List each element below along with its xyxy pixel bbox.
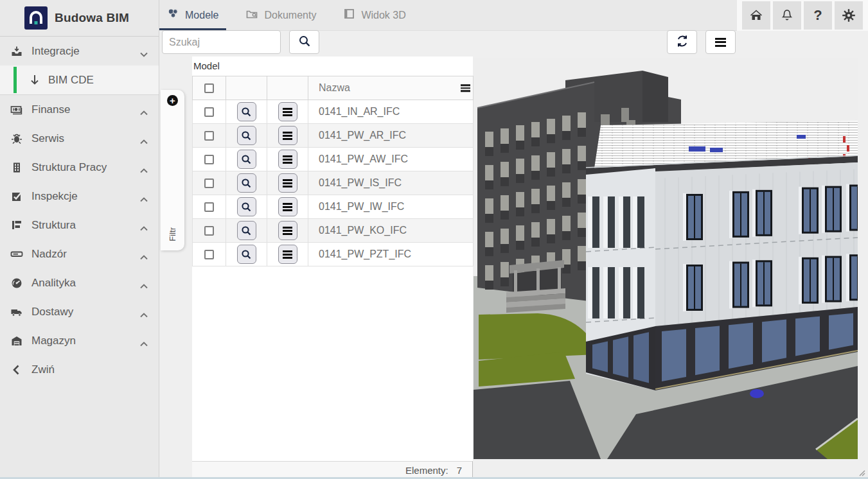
sidebar-item-label: Inspekcje [31, 190, 78, 203]
sidebar-item-magazyn[interactable]: Magazyn [0, 326, 159, 355]
home-icon [748, 8, 764, 23]
zoom-to-model-button[interactable] [237, 221, 256, 240]
sidebar-item-finanse[interactable]: Finanse [0, 95, 159, 124]
table-row: 0141_PW_KO_IFC [193, 219, 474, 243]
menu-icon [283, 132, 292, 140]
bell-icon [779, 8, 795, 23]
sidebar-item-zwi-[interactable]: Zwiń [0, 355, 159, 384]
select-all-checkbox[interactable] [204, 83, 214, 93]
integrations-icon [10, 45, 23, 58]
table-row: 0141_PW_AW_IFC [193, 148, 474, 171]
model-name: 0141_PW_AR_IFC [308, 124, 474, 148]
sidebar-item-label: BIM CDE [48, 74, 94, 87]
model-name: 0141_PW_PZT_IFC [308, 243, 474, 266]
sidebar-item-analityka[interactable]: Analityka [0, 268, 159, 297]
zoom-to-model-button[interactable] [237, 245, 256, 264]
sidebar-item-nadz-r[interactable]: Nadzór [0, 240, 159, 268]
row-checkbox[interactable] [204, 250, 214, 259]
column-menu-icon[interactable] [461, 84, 470, 92]
magnifier-icon [240, 201, 252, 213]
zoom-to-model-button[interactable] [237, 126, 256, 145]
sidebar-header: Budowa BIM [0, 0, 159, 37]
models-table: Nazwa 0141_IN_AR_IFC0141_PW_AR_IFC0141_P… [192, 76, 474, 266]
supervision-icon [10, 248, 23, 261]
notifications-button[interactable] [773, 1, 801, 30]
menu-icon [283, 250, 292, 259]
row-checkbox[interactable] [204, 107, 214, 117]
scene-entrance [506, 260, 565, 313]
search-input[interactable] [162, 30, 281, 54]
view-menu-button[interactable] [705, 30, 736, 54]
zoom-to-model-button[interactable] [237, 197, 256, 216]
scene-white-building [586, 155, 858, 390]
model-menu-button[interactable] [278, 245, 297, 264]
model-name: 0141_PW_KO_IFC [308, 219, 474, 243]
sidebar-item-struktura[interactable]: Struktura [0, 211, 159, 240]
sidebar-item-serwis[interactable]: Serwis [0, 124, 159, 153]
inspections-icon [10, 190, 23, 203]
view3d-icon [343, 8, 355, 22]
scene-marker-blue [750, 389, 764, 398]
model-menu-button[interactable] [278, 126, 297, 145]
search-icon [297, 34, 312, 51]
sidebar-item-inspekcje[interactable]: Inspekcje [0, 182, 159, 211]
warehouse-icon [10, 335, 23, 347]
row-checkbox[interactable] [204, 202, 214, 212]
model-menu-button[interactable] [278, 102, 297, 121]
settings-button[interactable] [835, 1, 863, 30]
app-window: { "app": { "title": "Budowa BIM" }, "hea… [0, 0, 868, 479]
models-panel-title: Model [192, 57, 473, 76]
table-row: 0141_IN_AR_IFC [193, 100, 474, 124]
sidebar-item-integracje[interactable]: Integracje [0, 37, 159, 65]
resize-handle[interactable] [857, 468, 865, 476]
home-button[interactable] [742, 1, 770, 30]
menu-icon [283, 108, 292, 116]
row-checkbox[interactable] [204, 131, 214, 141]
chevron-up-icon [139, 309, 148, 315]
sidebar-item-label: Magazyn [31, 335, 76, 347]
model-menu-button[interactable] [278, 221, 297, 240]
zoom-to-model-button[interactable] [237, 150, 256, 169]
sidebar-item-dostawy[interactable]: Dostawy [0, 297, 159, 326]
help-button[interactable]: ? [804, 1, 832, 30]
menu-icon [283, 179, 292, 187]
topbar-actions: ? [737, 0, 868, 31]
table-row: 0141_PW_IS_IFC [193, 171, 474, 195]
viewport-3d[interactable] [474, 58, 858, 459]
sidebar-item-struktura-pracy[interactable]: Struktura Pracy [0, 153, 159, 182]
zoom-to-model-button[interactable] [237, 173, 256, 193]
service-icon [10, 132, 23, 145]
row-checkbox[interactable] [204, 179, 214, 188]
row-checkbox[interactable] [204, 226, 214, 236]
table-row: 0141_PW_AR_IFC [193, 124, 474, 148]
sidebar-item-bim-cde[interactable]: BIM CDE [0, 65, 159, 94]
chevron-up-icon [139, 135, 148, 142]
model-name: 0141_IN_AR_IFC [308, 100, 474, 124]
tab-modele[interactable]: Modele [159, 0, 226, 30]
panel-footer: Elementy: 7 [192, 461, 473, 479]
gear-icon [841, 8, 856, 23]
collapse-icon [10, 363, 23, 376]
tab-dokumenty[interactable]: Dokumenty [238, 0, 324, 30]
model-menu-button[interactable] [278, 197, 297, 216]
tab-widok-3d[interactable]: Widok 3D [335, 0, 413, 30]
refresh-icon [675, 34, 689, 51]
model-menu-button[interactable] [278, 150, 297, 169]
table-header-row: Nazwa [193, 76, 474, 100]
sidebar-item-label: Struktura [31, 219, 76, 232]
model-menu-button[interactable] [278, 173, 297, 193]
model-name: 0141_PW_IW_IFC [308, 195, 474, 219]
filter-flap[interactable]: + Filtr [161, 90, 184, 250]
magnifier-icon [240, 225, 252, 237]
add-filter-button[interactable]: + [167, 95, 178, 106]
sidebar-item-label: Serwis [31, 132, 64, 145]
refresh-button[interactable] [667, 30, 697, 54]
zoom-to-model-button[interactable] [237, 102, 256, 121]
row-checkbox[interactable] [204, 155, 214, 164]
sidebar-item-label: Dostawy [31, 306, 73, 318]
app-title: Budowa BIM [55, 11, 129, 25]
sidebar-item-label: Finanse [31, 103, 70, 116]
search-button[interactable] [289, 30, 319, 54]
table-row: 0141_PW_PZT_IFC [193, 243, 474, 266]
app-logo-icon [24, 6, 48, 30]
